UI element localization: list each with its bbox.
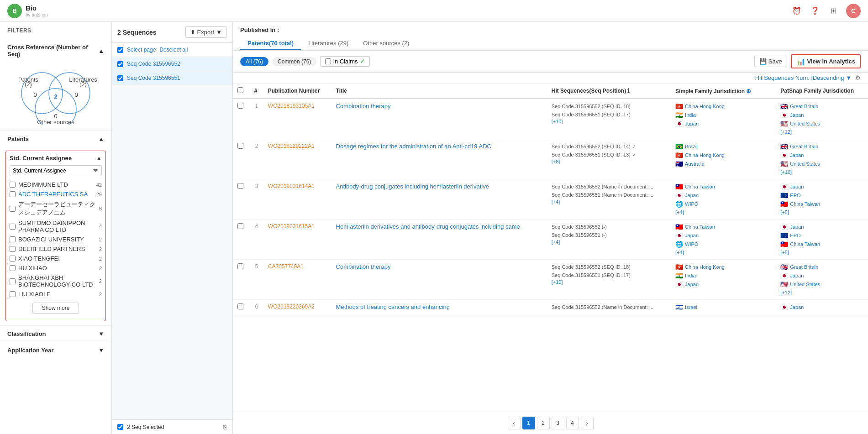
assignee-checkbox[interactable] (10, 236, 16, 242)
jur-name[interactable]: China Hong Kong (685, 152, 725, 158)
jur-name[interactable]: Great Britain (790, 104, 818, 109)
assignee-dropdown[interactable]: Std. Current Assignee (10, 165, 102, 176)
assignee-item[interactable]: アーデーセーラビューティクスシェデアノニム 6 (10, 199, 102, 218)
jur-name[interactable]: Israel (685, 304, 697, 310)
assignee-item[interactable]: DEERFIELD PARTNERS 2 (10, 244, 102, 254)
more-hits[interactable]: [+10] (552, 119, 666, 124)
jur-name[interactable]: United States (790, 161, 820, 167)
seq-checkbox[interactable] (117, 61, 123, 67)
result-title[interactable]: Methods of treating cancers and enhancin… (336, 303, 450, 310)
result-title[interactable]: Antibody-drug conjugates including hemia… (336, 183, 489, 190)
jur-name[interactable]: Japan (790, 112, 804, 118)
application-year-filter[interactable]: Application Year ▼ (0, 342, 111, 358)
jur-name[interactable]: Japan (790, 184, 804, 189)
more-simple[interactable]: [+4] (675, 209, 684, 215)
result-title[interactable]: Combination therapy (336, 103, 391, 110)
result-title[interactable]: Hemiasterlin derivatives and antibody-dr… (336, 223, 520, 230)
jur-name[interactable]: Japan (790, 273, 804, 278)
jur-name[interactable]: Japan (790, 152, 804, 158)
pub-num[interactable]: WO2019031614A1 (268, 183, 315, 189)
filter-pill[interactable]: Common (76) (272, 57, 316, 66)
tab[interactable]: Patents(76 total) (240, 37, 301, 50)
more-patsnap[interactable]: [+5] (780, 250, 789, 255)
in-claims-pill[interactable]: In Claims ✓ (320, 56, 369, 67)
jur-name[interactable]: China Taiwan (685, 224, 715, 230)
jur-name[interactable]: Australia (685, 161, 705, 167)
result-title[interactable]: Dosage regimes for the administration of… (336, 143, 491, 150)
select-page-checkbox[interactable] (117, 47, 123, 53)
row-checkbox[interactable] (237, 223, 243, 229)
jur-name[interactable]: United States (790, 121, 820, 126)
assignee-checkbox[interactable] (10, 265, 16, 271)
jur-name[interactable]: Great Britain (790, 144, 818, 149)
export-button[interactable]: ⬆ Export ▼ (185, 26, 227, 38)
assignee-checkbox[interactable] (10, 246, 16, 252)
grid-icon[interactable]: ⊞ (828, 5, 839, 16)
jur-name[interactable]: China Hong Kong (685, 104, 725, 109)
jur-name[interactable]: Japan (790, 224, 804, 230)
assignee-item[interactable]: SHANGHAI XBH BIOTECHNOLOGY CO LTD 2 (10, 273, 102, 289)
clock-icon[interactable]: ⏰ (791, 5, 802, 16)
assignee-item[interactable]: LIU XIAOLE 2 (10, 289, 102, 299)
assignee-checkbox[interactable] (10, 224, 16, 230)
jur-name[interactable]: Great Britain (790, 264, 818, 270)
assignee-item[interactable]: ADC THERAPEUTICS SA 29 (10, 189, 102, 199)
more-hits[interactable]: [+4] (552, 239, 666, 245)
result-title[interactable]: Combination therapy (336, 263, 391, 270)
jur-name[interactable]: China Taiwan (790, 201, 820, 207)
next-page-button[interactable]: › (581, 417, 594, 429)
seq-code[interactable]: Seq Code 315596551 (127, 75, 180, 81)
cross-ref-title[interactable]: Cross Reference (Number of Seq) ▲ (0, 39, 111, 62)
row-checkbox[interactable] (237, 303, 243, 309)
row-checkbox[interactable] (237, 183, 243, 189)
assignee-item[interactable]: HU XIHAO 2 (10, 263, 102, 273)
assignee-checkbox[interactable] (10, 278, 16, 284)
deselect-all-button[interactable]: Deselect all (159, 47, 188, 53)
sort-direction[interactable]: Descending ▼ (813, 74, 852, 81)
jur-name[interactable]: Japan (685, 121, 699, 126)
jur-name[interactable]: India (685, 112, 696, 118)
assignee-item[interactable]: SUMITOMO DAINIPPON PHARMA CO LTD 4 (10, 218, 102, 235)
page-button[interactable]: 1 (522, 417, 535, 429)
pub-num[interactable]: WO2019220369A2 (268, 303, 315, 310)
tab[interactable]: Other sources (2) (356, 37, 416, 50)
more-simple[interactable]: [+4] (675, 250, 684, 255)
filter-pill[interactable]: All (76) (240, 57, 268, 66)
page-button[interactable]: 2 (537, 417, 550, 429)
assignee-checkbox[interactable] (10, 206, 16, 212)
row-checkbox[interactable] (237, 143, 243, 149)
jur-name[interactable]: Brazil (685, 144, 698, 149)
more-patsnap[interactable]: [+10] (780, 169, 792, 175)
page-button[interactable]: 4 (566, 417, 579, 429)
jur-name[interactable]: WIPO (685, 201, 698, 207)
jur-name[interactable]: Japan (685, 282, 699, 287)
user-avatar[interactable]: C (846, 4, 861, 18)
pub-num[interactable]: WO2018193105A1 (268, 103, 315, 109)
pub-num[interactable]: CA3057749A1 (268, 263, 304, 270)
jur-name[interactable]: United States (790, 282, 820, 287)
seq-code[interactable]: Seq Code 315596552 (127, 61, 180, 67)
tab[interactable]: Literatures (29) (301, 37, 356, 50)
in-claims-checkbox[interactable] (325, 58, 331, 64)
jur-name[interactable]: Japan (685, 193, 699, 198)
pub-num[interactable]: WO2019031615A1 (268, 223, 315, 230)
assignee-item[interactable]: MEDIMMUNE LTD 42 (10, 180, 102, 189)
row-checkbox[interactable] (237, 103, 243, 109)
assignee-item[interactable]: XIAO TENGFEI 2 (10, 254, 102, 263)
assignee-checkbox[interactable] (10, 182, 16, 188)
pub-num[interactable]: WO2018229222A1 (268, 143, 315, 149)
assignee-checkbox[interactable] (10, 291, 16, 297)
jur-name[interactable]: WIPO (685, 241, 698, 247)
patents-title[interactable]: Patents ▲ (0, 131, 111, 147)
jur-name[interactable]: India (685, 273, 696, 278)
jur-name[interactable]: China Taiwan (790, 241, 820, 247)
analytics-button[interactable]: 📊 View in Analytics (791, 54, 861, 68)
save-button[interactable]: 💾 Save (754, 56, 787, 67)
assignee-checkbox[interactable] (10, 256, 16, 261)
jur-name[interactable]: Japan (685, 233, 699, 238)
page-button[interactable]: 3 (552, 417, 564, 429)
prev-page-button[interactable]: ‹ (508, 417, 521, 429)
jur-name[interactable]: China Taiwan (685, 184, 715, 189)
more-hits[interactable]: [+8] (552, 159, 666, 164)
assignee-checkbox[interactable] (10, 191, 16, 197)
